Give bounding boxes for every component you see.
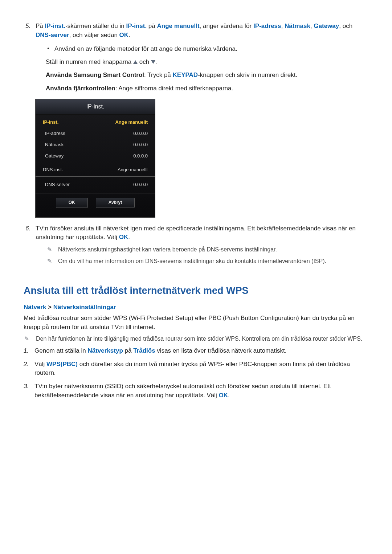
ange-manuellt-link: Ange manuellt bbox=[157, 22, 199, 29]
row-label: Nätmask bbox=[43, 141, 64, 148]
row-label: IP-adress bbox=[43, 130, 65, 137]
step-number: 1. bbox=[24, 346, 34, 356]
bc-natverk: Nätverk bbox=[24, 304, 46, 311]
breadcrumb: Nätverk > Nätverksinställningar bbox=[24, 303, 368, 312]
wps-step-2: 2. Välj WPS(PBC) och därefter ska du ino… bbox=[24, 360, 368, 378]
row-value: Ange manuellt bbox=[115, 119, 148, 126]
row-value: 0.0.0.0 bbox=[133, 181, 148, 188]
row-value: Ange manuellt bbox=[118, 167, 148, 173]
t: : Ange siffrorna direkt med sifferknappa… bbox=[115, 85, 233, 92]
ip-adress-link: IP-adress bbox=[253, 22, 281, 29]
note-text: Nätverkets anslutningshastighet kan vari… bbox=[58, 246, 368, 254]
row-label: DNS-server bbox=[43, 181, 70, 188]
bullet-methods: Använd en av följande metoder för att an… bbox=[46, 45, 368, 54]
wps-pbc-link: WPS(PBC) bbox=[46, 361, 78, 368]
t: på bbox=[123, 347, 133, 354]
t: , och bbox=[339, 22, 352, 29]
pencil-icon: ✎ bbox=[47, 246, 58, 254]
t: , och väljer sedan bbox=[69, 32, 119, 38]
pencil-icon: ✎ bbox=[24, 335, 36, 343]
row-label: DNS-inst. bbox=[43, 167, 63, 173]
row-ip-inst[interactable]: IP-inst. Ange manuellt bbox=[36, 117, 155, 128]
wps-step-3: 3. TV:n byter nätverksnamn (SSID) och sä… bbox=[24, 382, 368, 400]
cancel-button[interactable]: Avbryt bbox=[96, 198, 135, 208]
t: . bbox=[128, 32, 130, 38]
tradlos-link: Trådlös bbox=[133, 347, 155, 354]
t: . bbox=[128, 234, 130, 241]
step-number: 2. bbox=[24, 360, 34, 378]
row-value: 0.0.0.0 bbox=[133, 130, 148, 137]
step-5-number: 5. bbox=[25, 22, 36, 93]
note-dns-speed: ✎ Nätverkets anslutningshastighet kan va… bbox=[47, 246, 368, 254]
wps-intro: Med trådlösa routrar som stöder WPS (Wi-… bbox=[24, 314, 368, 332]
t: På bbox=[36, 22, 45, 29]
row-value: 0.0.0.0 bbox=[133, 141, 148, 148]
pencil-icon: ✎ bbox=[47, 257, 58, 265]
t: visas en lista över trådlösa nätverk aut… bbox=[155, 347, 287, 354]
wps-step-1: 1. Genom att ställa in Nätverkstyp på Tr… bbox=[24, 346, 368, 356]
natmask-link: Nätmask bbox=[285, 22, 310, 29]
step-number: 3. bbox=[24, 382, 34, 400]
t: TV:n försöker ansluta till nätverket ige… bbox=[36, 225, 356, 241]
t: Välj bbox=[34, 361, 46, 368]
step-body: Genom att ställa in Nätverkstyp på Trådl… bbox=[34, 346, 368, 356]
step-body: TV:n byter nätverksnamn (SSID) och säker… bbox=[34, 382, 368, 400]
row-natmask[interactable]: Nätmask 0.0.0.0 bbox=[36, 139, 155, 151]
row-value: 0.0.0.0 bbox=[133, 153, 148, 160]
t: : Tryck på bbox=[144, 71, 172, 78]
t: . bbox=[228, 392, 230, 399]
ip-inst-link: IP-inst. bbox=[126, 22, 147, 29]
ip-buttons: OK Avbryt bbox=[36, 198, 155, 208]
keypad-link: KEYPAD bbox=[173, 71, 198, 78]
t: -knappen och skriv in numren direkt. bbox=[198, 71, 297, 78]
t: Genom att ställa in bbox=[34, 347, 87, 354]
row-ip-adress[interactable]: IP-adress 0.0.0.0 bbox=[36, 128, 155, 139]
t: -skärmen ställer du in bbox=[65, 22, 126, 29]
ip-panel-title: IP-inst. bbox=[36, 99, 155, 115]
divider bbox=[36, 193, 155, 193]
bc-sep: > bbox=[46, 304, 53, 311]
step-6: 6. TV:n försöker ansluta till nätverket … bbox=[25, 224, 368, 266]
arrow-up-icon bbox=[133, 57, 138, 67]
t: Ställ in numren med knapparna bbox=[46, 58, 133, 65]
step-5: 5. På IP-inst.-skärmen ställer du in IP-… bbox=[25, 22, 368, 93]
ok-link: OK bbox=[219, 392, 228, 399]
row-label: IP-inst. bbox=[43, 119, 58, 126]
t: . bbox=[155, 58, 157, 65]
t: , anger värdena för bbox=[200, 22, 253, 29]
ok-button[interactable]: OK bbox=[56, 198, 88, 208]
bullet-text: Använd en av följande metoder för att an… bbox=[54, 45, 237, 54]
row-dns-server[interactable]: DNS-server 0.0.0.0 bbox=[36, 178, 155, 192]
dns-section: DNS-inst. Ange manuellt DNS-server 0.0.0… bbox=[36, 164, 155, 192]
t: Använda fjärrkontrollen bbox=[46, 85, 115, 92]
t: och därefter ska du inom två minuter try… bbox=[34, 361, 350, 377]
note-text: Den här funktionen är inte tillgänglig m… bbox=[36, 335, 368, 343]
ok-link: OK bbox=[119, 32, 129, 38]
t: , bbox=[310, 22, 314, 29]
t: på bbox=[147, 22, 157, 29]
divider bbox=[36, 176, 155, 177]
row-gateway[interactable]: Gateway 0.0.0.0 bbox=[36, 151, 155, 162]
dns-server-link: DNS-server bbox=[36, 32, 69, 38]
arrow-down-icon bbox=[151, 57, 155, 67]
note-isp: ✎ Om du vill ha mer information om DNS-s… bbox=[47, 257, 368, 265]
divider bbox=[36, 163, 155, 163]
t: och bbox=[138, 58, 151, 65]
row-dns-inst[interactable]: DNS-inst. Ange manuellt bbox=[36, 164, 155, 176]
svg-marker-0 bbox=[133, 60, 138, 64]
step-6-body: TV:n försöker ansluta till nätverket ige… bbox=[36, 224, 368, 266]
wps-section-title: Ansluta till ett trådlöst internetnätver… bbox=[24, 284, 368, 298]
bullet-dot-icon bbox=[46, 45, 54, 54]
ok-link: OK bbox=[119, 234, 128, 241]
method-arrows: Ställ in numren med knapparna och . bbox=[46, 57, 368, 67]
t: Använda Samsung Smart Control bbox=[46, 71, 144, 78]
natverkstyp-link: Nätverkstyp bbox=[87, 347, 123, 354]
step-body: Välj WPS(PBC) och därefter ska du inom t… bbox=[34, 360, 368, 378]
svg-marker-1 bbox=[151, 60, 155, 64]
gateway-link: Gateway bbox=[314, 22, 339, 29]
ip-inst-link: IP-inst. bbox=[45, 22, 66, 29]
ip-settings-panel: IP-inst. IP-inst. Ange manuellt IP-adres… bbox=[35, 99, 155, 218]
row-label: Gateway bbox=[43, 153, 64, 160]
t: TV:n byter nätverksnamn (SSID) och säker… bbox=[34, 383, 331, 399]
method-smart-control: Använda Samsung Smart Control: Tryck på … bbox=[46, 70, 368, 80]
